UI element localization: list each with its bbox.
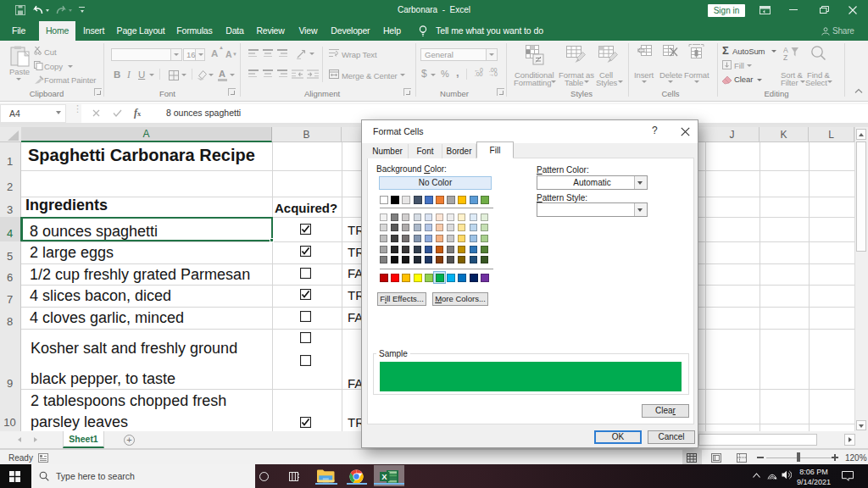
svg-text:X: X [381, 471, 387, 480]
svg-text:Z: Z [783, 53, 787, 62]
svg-text:A: A [783, 46, 788, 54]
